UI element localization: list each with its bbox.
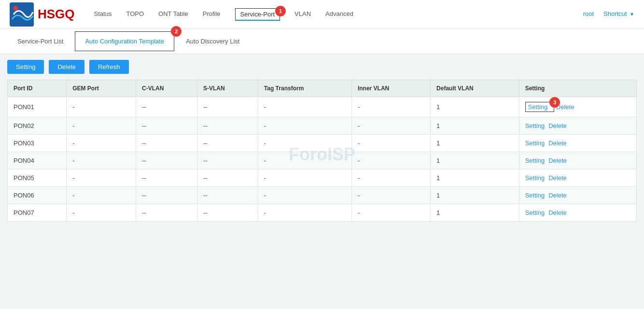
cell-inner-vlan: -: [351, 169, 430, 187]
cell-port-id: PON04: [8, 152, 67, 169]
logo: HSGQ: [10, 2, 75, 27]
shortcut-dropdown-arrow: ▼: [630, 12, 634, 17]
nav-advanced[interactable]: Advanced: [325, 1, 353, 27]
col-default-vlan: Default VLAN: [431, 80, 519, 97]
main-nav: Status TOPO ONT Table Profile Service-Po…: [94, 1, 634, 27]
cell-port-id: PON07: [8, 204, 67, 222]
col-c-vlan: C-VLAN: [136, 80, 197, 97]
action-delete-link[interactable]: Delete: [548, 157, 567, 164]
table-row: PON02-------1SettingDelete: [8, 117, 637, 135]
action-delete-link[interactable]: Delete: [548, 192, 567, 199]
col-inner-vlan: Inner VLAN: [351, 80, 430, 97]
col-tag-transform: Tag Transform: [258, 80, 351, 97]
nav-status[interactable]: Status: [94, 1, 112, 27]
table-row: PON05-------1SettingDelete: [8, 169, 637, 187]
cell-default-vlan: 1: [431, 187, 519, 204]
cell-actions: SettingDelete: [519, 135, 636, 152]
col-s-vlan: S-VLAN: [197, 80, 258, 97]
cell-actions: SettingDelete: [519, 169, 636, 187]
cell-actions: SettingDelete: [519, 152, 636, 169]
action-delete-link[interactable]: Delete: [548, 174, 567, 182]
cell-c-vlan: --: [136, 117, 197, 135]
cell-default-vlan: 1: [431, 204, 519, 222]
tab-auto-discovery-list[interactable]: Auto Discovery List: [176, 31, 250, 51]
cell-port-id: PON01: [8, 97, 67, 117]
action-setting-link[interactable]: Setting: [528, 103, 547, 111]
svg-point-1: [13, 6, 18, 11]
action-setting-link[interactable]: Setting: [525, 140, 545, 147]
nav-service-port[interactable]: Service-Port: [235, 8, 280, 21]
tab-auto-configuration-template[interactable]: Auto Configuration Template: [75, 31, 174, 51]
cell-tag-transform: -: [258, 97, 351, 117]
tab-auto-config-wrapper: Auto Configuration Template 2: [73, 29, 176, 54]
cell-s-vlan: --: [197, 97, 258, 117]
table-body: PON01-------1Setting3 DeletePON02-------…: [8, 97, 637, 222]
logo-icon: [10, 2, 34, 27]
cell-actions: Setting3 Delete: [519, 97, 636, 117]
header-row: Port ID GEM Port C-VLAN S-VLAN Tag Trans…: [8, 80, 637, 97]
nav-vlan[interactable]: VLAN: [294, 1, 311, 27]
refresh-button[interactable]: Refresh: [89, 60, 129, 74]
col-port-id: Port ID: [8, 80, 67, 97]
action-setting-link[interactable]: Setting: [525, 122, 545, 129]
cell-port-id: PON02: [8, 117, 67, 135]
cell-s-vlan: --: [197, 152, 258, 169]
cell-s-vlan: --: [197, 169, 258, 187]
cell-port-id: PON05: [8, 169, 67, 187]
cell-inner-vlan: -: [351, 152, 430, 169]
setting-button[interactable]: Setting: [7, 60, 44, 74]
table-row: PON06-------1SettingDelete: [8, 187, 637, 204]
cell-actions: SettingDelete: [519, 117, 636, 135]
cell-gem-port: -: [67, 97, 136, 117]
toolbar: Setting Delete Refresh: [0, 54, 644, 80]
delete-button[interactable]: Delete: [49, 60, 84, 74]
cell-inner-vlan: -: [351, 97, 430, 117]
cell-gem-port: -: [67, 117, 136, 135]
nav-shortcut[interactable]: Shortcut ▼: [603, 1, 634, 27]
cell-gem-port: -: [67, 135, 136, 152]
action-delete-link[interactable]: Delete: [548, 209, 567, 216]
nav-topo[interactable]: TOPO: [126, 1, 144, 27]
nav-right: root Shortcut ▼: [583, 1, 634, 27]
col-setting: Setting: [519, 80, 636, 97]
cell-actions: SettingDelete: [519, 187, 636, 204]
cell-c-vlan: --: [136, 152, 197, 169]
cell-s-vlan: --: [197, 204, 258, 222]
cell-gem-port: -: [67, 169, 136, 187]
cell-port-id: PON06: [8, 187, 67, 204]
cell-default-vlan: 1: [431, 135, 519, 152]
table-container: Port ID GEM Port C-VLAN S-VLAN Tag Trans…: [0, 80, 644, 229]
tab-service-port-list[interactable]: Service-Port List: [7, 31, 73, 51]
cell-tag-transform: -: [258, 204, 351, 222]
badge-3: 3: [549, 97, 560, 108]
cell-inner-vlan: -: [351, 135, 430, 152]
cell-inner-vlan: -: [351, 204, 430, 222]
table-header: Port ID GEM Port C-VLAN S-VLAN Tag Trans…: [8, 80, 637, 97]
nav-profile[interactable]: Profile: [203, 1, 221, 27]
action-setting-link[interactable]: Setting: [525, 192, 545, 199]
nav-ont-table[interactable]: ONT Table: [158, 1, 188, 27]
main-table: Port ID GEM Port C-VLAN S-VLAN Tag Trans…: [7, 80, 637, 222]
cell-default-vlan: 1: [431, 169, 519, 187]
action-setting-link[interactable]: Setting: [525, 174, 545, 182]
action-setting-link[interactable]: Setting: [525, 209, 545, 216]
table-row: PON03-------1SettingDelete: [8, 135, 637, 152]
table-row: PON01-------1Setting3 Delete: [8, 97, 637, 117]
action-delete-link[interactable]: Delete: [548, 122, 567, 129]
tab-bar: Service-Port List Auto Configuration Tem…: [0, 29, 644, 54]
cell-tag-transform: -: [258, 152, 351, 169]
header: HSGQ Status TOPO ONT Table Profile Servi…: [0, 0, 644, 29]
action-delete-link[interactable]: Delete: [548, 140, 567, 147]
table-row: PON07-------1SettingDelete: [8, 204, 637, 222]
cell-actions: SettingDelete: [519, 204, 636, 222]
cell-inner-vlan: -: [351, 187, 430, 204]
cell-c-vlan: --: [136, 97, 197, 117]
cell-c-vlan: --: [136, 169, 197, 187]
nav-root[interactable]: root: [583, 1, 594, 27]
nav-service-port-wrapper: Service-Port 1: [235, 11, 280, 18]
action-setting-link[interactable]: Setting: [525, 157, 545, 164]
cell-c-vlan: --: [136, 187, 197, 204]
table-row: PON04-------1SettingDelete: [8, 152, 637, 169]
cell-default-vlan: 1: [431, 97, 519, 117]
cell-tag-transform: -: [258, 135, 351, 152]
